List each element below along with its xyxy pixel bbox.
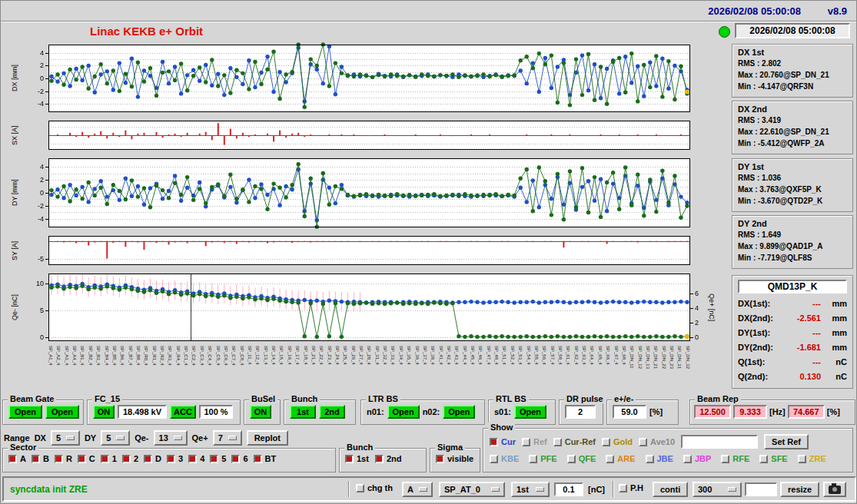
fc15-on-button[interactable]: ON <box>93 405 115 419</box>
range-dy-combo[interactable]: 5 <box>101 430 130 446</box>
threshold-unit-label: [nC] <box>588 485 605 494</box>
qe-axis-label: Qe- [nC] <box>8 271 21 343</box>
bunch-group-label: Bunch <box>289 394 320 403</box>
stat-panel-dx-1st: DX 1st RMS : 2.802 Max : 20.760@SP_DN_21… <box>732 44 853 98</box>
x-axis-label: SP_A2_4 <box>56 346 61 393</box>
range-qep-combo[interactable]: 7 <box>213 430 242 446</box>
x-axis-label: SP_C7_4 <box>231 346 236 393</box>
range-dx-combo[interactable]: 5 <box>51 430 80 446</box>
sector-item-6-checkbox[interactable] <box>231 455 240 463</box>
sector-item-a-checkbox[interactable] <box>8 455 17 463</box>
x-axis-label: SP_44_4 <box>463 346 467 393</box>
x-axis-label: SP_A3_4 <box>65 346 69 393</box>
sector-item-c-checkbox[interactable] <box>78 455 86 463</box>
show-item-jbp-label: JBP <box>695 454 711 463</box>
x-axis-label: SP_51_4 <box>502 346 507 393</box>
fc15-acc-button[interactable]: ACC <box>170 405 196 419</box>
sector-item-2-checkbox[interactable] <box>122 455 131 463</box>
ltr-n02-label: n02: <box>423 407 440 416</box>
monitor-row-label: DY(1st): <box>738 326 782 340</box>
range-bar: Range DX 5 DY 5 Qe- 13 Qe+ 7 Replot <box>4 429 288 447</box>
x-axis-label: SP_18_4 <box>304 346 308 393</box>
show-item-cur-checkbox[interactable] <box>490 438 498 446</box>
bunch-item-2nd-checkbox[interactable] <box>375 455 384 463</box>
bunch-item-1st-label: 1st <box>357 454 369 463</box>
monitor-name[interactable]: QMD13P_K <box>738 280 847 293</box>
rtl-s01-open-button[interactable]: Open <box>514 405 546 419</box>
sector-item-3-checkbox[interactable] <box>167 455 175 463</box>
ratio-input[interactable]: 59.0 <box>613 405 646 419</box>
sigma-item-visible-checkbox[interactable] <box>436 455 444 463</box>
show-item-jbe-checkbox[interactable] <box>646 455 654 463</box>
sector-item-bt-checkbox[interactable] <box>254 455 262 463</box>
dr-pulse-input[interactable]: 2 <box>565 405 596 419</box>
show-item-rfe-checkbox[interactable] <box>721 455 729 463</box>
x-axis-label: SP_27_4 <box>359 346 364 393</box>
x-axis-label: SP_62_4 <box>574 346 579 393</box>
x-axis-label: SP_R4_4 <box>176 346 181 393</box>
conti-button[interactable]: conti <box>653 482 688 497</box>
beam-gate-open-1-button[interactable]: Open <box>8 405 42 419</box>
bunch-select-combo[interactable]: 1st <box>511 482 550 497</box>
bunch-item-1st-checkbox[interactable] <box>345 455 354 463</box>
set-ref-button[interactable]: Set Ref <box>764 434 809 449</box>
sector-item-4-checkbox[interactable] <box>188 455 197 463</box>
sector-item-1-checkbox[interactable] <box>101 455 109 463</box>
show-item-sfe-checkbox[interactable] <box>759 455 768 463</box>
ref-input[interactable] <box>681 435 758 449</box>
show-item-are-checkbox[interactable] <box>606 455 614 463</box>
topbar-version: v8.9 <box>828 5 847 17</box>
sector-item-d-checkbox[interactable] <box>144 455 152 463</box>
sy-chart <box>28 234 705 267</box>
sector-item-r-checkbox[interactable] <box>55 455 63 463</box>
show-item-cur: Cur <box>490 437 516 446</box>
show-item-ref-checkbox[interactable] <box>522 438 530 446</box>
beam-gate-open-2-button[interactable]: Open <box>45 405 79 419</box>
x-axis-label: SP_B8_4 <box>136 346 141 393</box>
replot-button[interactable]: Replot <box>247 430 288 446</box>
stat-max: Max : 22.610@SP_DN_21 <box>738 126 851 138</box>
sector-item-b-checkbox[interactable] <box>32 455 40 463</box>
show-item-zre-checkbox[interactable] <box>798 455 806 463</box>
bunch-select-value: 1st <box>517 485 529 494</box>
x-axis-label: SP_B7_4 <box>128 346 133 393</box>
show-item-qfe-checkbox[interactable] <box>567 455 576 463</box>
ltr-n02-open-button[interactable]: Open <box>443 405 475 419</box>
screenshot-button[interactable] <box>823 482 846 497</box>
stat-min: Min : -3.670@QTD2P_K <box>738 195 851 207</box>
stat-min: Min : -5.412@QWFP_2A <box>738 138 851 149</box>
monitor-row-value: --- <box>782 297 821 311</box>
spare-input[interactable] <box>745 482 777 496</box>
threshold-input[interactable]: 0.1 <box>554 482 583 496</box>
x-axis-label: SP_B3_4 <box>96 346 101 393</box>
x-axis-label: SP_B1_4 <box>80 346 85 393</box>
show-item-kbe-checkbox[interactable] <box>490 455 498 463</box>
sigma-group: Sigma visible <box>430 448 480 472</box>
show-item-ave10-checkbox[interactable] <box>639 438 647 446</box>
stat-rms: RMS : 1.036 <box>738 172 851 184</box>
show-item-pfe-checkbox[interactable] <box>529 455 537 463</box>
resize-button[interactable]: resize <box>780 482 819 497</box>
monitor-row-unit: nC <box>821 370 847 384</box>
sector-item-5-checkbox[interactable] <box>210 455 218 463</box>
interval-combo[interactable]: 300 <box>693 482 742 497</box>
sector-item-bt: BT <box>254 454 277 463</box>
range-qem-combo[interactable]: 13 <box>154 430 188 446</box>
sector-select-combo[interactable]: A <box>402 482 433 497</box>
show-item-kbe-label: KBE <box>501 454 519 463</box>
bunch-1st-button[interactable]: 1st <box>290 405 316 419</box>
bunch-2nd-button[interactable]: 2nd <box>319 405 345 419</box>
dx-axis-label: DX [mm] <box>8 42 21 114</box>
show-item-jbp-checkbox[interactable] <box>683 455 692 463</box>
stat-min: Min : -4.147@QRF3N <box>738 81 851 92</box>
show-item-cur-ref-checkbox[interactable] <box>553 438 562 446</box>
beam-rep-value-1: 12.500 <box>694 405 731 419</box>
show-item-gold-checkbox[interactable] <box>602 438 610 446</box>
ltr-n01-open-button[interactable]: Open <box>387 405 420 419</box>
busel-on-button[interactable]: ON <box>250 405 271 419</box>
chg-th-checkbox[interactable] <box>356 484 364 492</box>
x-axis-label: SP_68_4 <box>622 346 626 393</box>
ratio-group: e+/e- 59.0 [%] <box>606 400 679 425</box>
ph-checkbox[interactable] <box>619 484 627 492</box>
monitor-select-combo[interactable]: SP_AT_0 <box>439 482 505 497</box>
